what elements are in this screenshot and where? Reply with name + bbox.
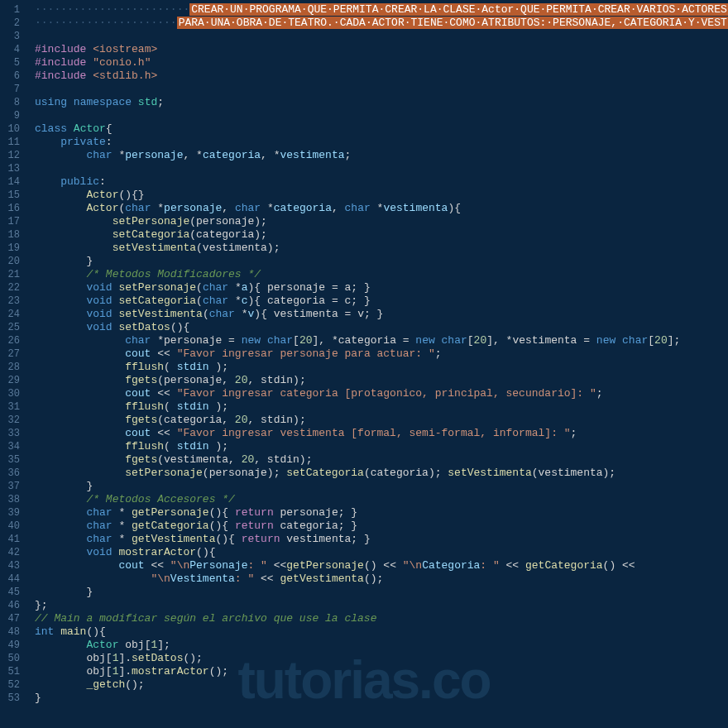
code-line[interactable]: class Actor{: [35, 122, 728, 136]
code-editor[interactable]: 1234567891011121314151617181920212223242…: [0, 0, 728, 728]
code-line[interactable]: private:: [35, 136, 728, 149]
line-number: 35: [0, 453, 20, 467]
code-line[interactable]: public:: [35, 175, 728, 189]
code-line[interactable]: }: [35, 586, 728, 599]
code-line[interactable]: void setVestimenta(char *v){ vestimenta …: [35, 308, 728, 321]
code-line[interactable]: void mostrarActor(){: [35, 546, 728, 559]
line-number: 21: [0, 268, 20, 281]
code-line[interactable]: setPersonaje(personaje); setCategoria(ca…: [35, 467, 728, 480]
line-number: 27: [0, 347, 20, 361]
code-line[interactable]: void setCategoria(char *c){ categoria = …: [35, 295, 728, 308]
line-number: 9: [0, 109, 20, 122]
line-number: 44: [0, 572, 20, 586]
line-number: 1: [0, 3, 20, 17]
code-area[interactable]: ························CREAR·UN·PROGRAM…: [26, 0, 728, 728]
code-line[interactable]: cout << "Favor ingresar personaje para a…: [35, 347, 728, 361]
line-number: 42: [0, 546, 20, 559]
line-number: 25: [0, 321, 20, 334]
line-number: 18: [0, 228, 20, 242]
line-number: 34: [0, 440, 20, 453]
line-number: 49: [0, 639, 20, 652]
code-line[interactable]: _getch();: [35, 678, 728, 692]
line-number: 4: [0, 43, 20, 56]
line-number: 13: [0, 162, 20, 175]
line-number: 53: [0, 692, 20, 705]
code-line[interactable]: /* Metodos Modificadores */: [35, 268, 728, 281]
code-line[interactable]: "\nVestimenta: " << getVestimenta();: [35, 572, 728, 586]
code-line[interactable]: char *personaje = new char[20], *categor…: [35, 334, 728, 347]
line-number: 39: [0, 506, 20, 520]
line-number: 15: [0, 189, 20, 202]
code-line[interactable]: }: [35, 692, 728, 705]
line-number: 26: [0, 334, 20, 347]
line-number: 29: [0, 374, 20, 387]
code-line[interactable]: /* Metodos Accesores */: [35, 493, 728, 506]
code-line[interactable]: fflush( stdin );: [35, 440, 728, 453]
line-number: 38: [0, 493, 20, 506]
code-line[interactable]: using namespace std;: [35, 96, 728, 109]
line-number: 50: [0, 652, 20, 665]
code-line[interactable]: fflush( stdin );: [35, 400, 728, 414]
code-line[interactable]: [35, 109, 728, 122]
code-line[interactable]: obj[1].setDatos();: [35, 652, 728, 665]
code-line[interactable]: setVestimenta(vestimenta);: [35, 242, 728, 255]
line-number: 5: [0, 56, 20, 69]
line-number: 22: [0, 281, 20, 295]
code-line[interactable]: Actor(char *personaje, char *categoria, …: [35, 202, 728, 215]
code-line[interactable]: [35, 30, 728, 43]
line-number: 40: [0, 520, 20, 533]
code-line[interactable]: char *personaje, *categoria, *vestimenta…: [35, 149, 728, 162]
code-line[interactable]: void setPersonaje(char *a){ personaje = …: [35, 281, 728, 295]
line-number: 31: [0, 400, 20, 414]
code-line[interactable]: #include "conio.h": [35, 56, 728, 69]
line-number-gutter: 1234567891011121314151617181920212223242…: [0, 0, 26, 728]
code-line[interactable]: }: [35, 480, 728, 493]
line-number: 47: [0, 612, 20, 625]
code-line[interactable]: char * getPersonaje(){ return personaje;…: [35, 506, 728, 520]
line-number: 7: [0, 83, 20, 96]
code-line[interactable]: fflush( stdin );: [35, 361, 728, 374]
line-number: 14: [0, 175, 20, 189]
code-line[interactable]: fgets(personaje, 20, stdin);: [35, 374, 728, 387]
line-number: 45: [0, 586, 20, 599]
code-line[interactable]: [35, 162, 728, 175]
code-line[interactable]: cout << "Favor ingresar categoria [prota…: [35, 387, 728, 400]
line-number: 10: [0, 122, 20, 136]
code-line[interactable]: void setDatos(){: [35, 321, 728, 334]
code-line[interactable]: obj[1].mostrarActor();: [35, 665, 728, 678]
line-number: 8: [0, 96, 20, 109]
line-number: 2: [0, 17, 20, 30]
code-line[interactable]: };: [35, 599, 728, 612]
line-number: 23: [0, 295, 20, 308]
code-line[interactable]: Actor(){}: [35, 189, 728, 202]
code-line[interactable]: [35, 83, 728, 96]
code-line[interactable]: setPersonaje(personaje);: [35, 215, 728, 228]
line-number: 17: [0, 215, 20, 228]
line-number: 32: [0, 414, 20, 427]
code-line[interactable]: setCategoria(categoria);: [35, 228, 728, 242]
code-line[interactable]: ························CREAR·UN·PROGRAM…: [35, 3, 728, 17]
line-number: 11: [0, 136, 20, 149]
code-line[interactable]: #include <stdlib.h>: [35, 69, 728, 83]
line-number: 41: [0, 533, 20, 546]
line-number: 36: [0, 467, 20, 480]
line-number: 30: [0, 387, 20, 400]
code-line[interactable]: Actor obj[1];: [35, 639, 728, 652]
code-line[interactable]: fgets(vestimenta, 20, stdin);: [35, 453, 728, 467]
code-line[interactable]: #include <iostream>: [35, 43, 728, 56]
code-line[interactable]: ······················PARA·UNA·OBRA·DE·T…: [35, 17, 728, 30]
line-number: 16: [0, 202, 20, 215]
code-line[interactable]: // Main a modificar según el archivo que…: [35, 612, 728, 625]
code-line[interactable]: cout << "\nPersonaje: " <<getPersonaje()…: [35, 559, 728, 572]
line-number: 51: [0, 665, 20, 678]
code-line[interactable]: int main(){: [35, 625, 728, 639]
code-line[interactable]: char * getVestimenta(){ return vestiment…: [35, 533, 728, 546]
line-number: 3: [0, 30, 20, 43]
code-line[interactable]: char * getCategoria(){ return categoria;…: [35, 520, 728, 533]
line-number: 37: [0, 480, 20, 493]
code-line[interactable]: fgets(categoria, 20, stdin);: [35, 414, 728, 427]
code-line[interactable]: cout << "Favor ingresar vestimenta [form…: [35, 427, 728, 440]
line-number: 28: [0, 361, 20, 374]
line-number: 24: [0, 308, 20, 321]
code-line[interactable]: }: [35, 255, 728, 268]
